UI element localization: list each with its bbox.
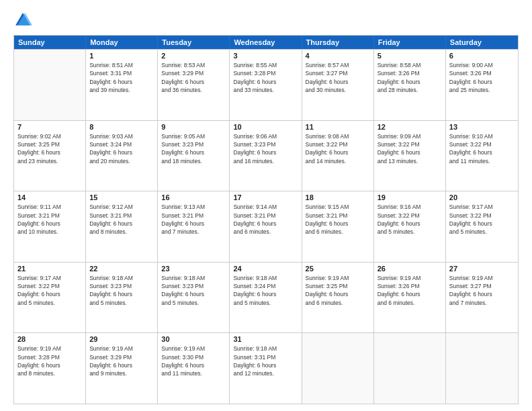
- header: [13, 11, 519, 30]
- calendar-day-cell: 22Sunrise: 9:18 AM Sunset: 3:23 PM Dayli…: [86, 263, 158, 333]
- day-info: Sunrise: 9:10 AM Sunset: 3:22 PM Dayligh…: [449, 132, 515, 165]
- day-info: Sunrise: 9:16 AM Sunset: 3:22 PM Dayligh…: [378, 203, 442, 236]
- day-number: 19: [378, 193, 442, 201]
- day-number: 11: [306, 123, 370, 131]
- day-number: 24: [233, 265, 298, 273]
- day-info: Sunrise: 9:17 AM Sunset: 3:22 PM Dayligh…: [449, 203, 515, 236]
- day-number: 3: [233, 52, 298, 60]
- day-number: 9: [161, 123, 226, 131]
- day-number: 10: [233, 123, 298, 131]
- day-number: 29: [89, 335, 154, 343]
- day-info: Sunrise: 8:55 AM Sunset: 3:28 PM Dayligh…: [233, 61, 298, 94]
- day-info: Sunrise: 9:08 AM Sunset: 3:22 PM Dayligh…: [306, 132, 370, 165]
- day-info: Sunrise: 9:18 AM Sunset: 3:24 PM Dayligh…: [233, 274, 298, 307]
- calendar-body: 1Sunrise: 8:51 AM Sunset: 3:31 PM Daylig…: [14, 49, 518, 404]
- day-info: Sunrise: 8:51 AM Sunset: 3:31 PM Dayligh…: [89, 61, 154, 94]
- day-info: Sunrise: 9:15 AM Sunset: 3:21 PM Dayligh…: [306, 203, 370, 236]
- day-number: 2: [161, 52, 226, 60]
- day-info: Sunrise: 9:19 AM Sunset: 3:30 PM Dayligh…: [161, 345, 226, 377]
- day-info: Sunrise: 9:13 AM Sunset: 3:21 PM Dayligh…: [161, 203, 226, 236]
- calendar-day-cell: 28Sunrise: 9:19 AM Sunset: 3:28 PM Dayli…: [14, 333, 86, 404]
- calendar-day-cell: 12Sunrise: 9:09 AM Sunset: 3:22 PM Dayli…: [374, 121, 446, 191]
- calendar-week-row: 21Sunrise: 9:17 AM Sunset: 3:22 PM Dayli…: [14, 262, 518, 333]
- calendar-day-cell: 31Sunrise: 9:18 AM Sunset: 3:31 PM Dayli…: [230, 333, 302, 404]
- calendar-header-cell: Wednesday: [230, 36, 302, 49]
- calendar-day-cell: 2Sunrise: 8:53 AM Sunset: 3:29 PM Daylig…: [158, 50, 230, 120]
- day-info: Sunrise: 8:58 AM Sunset: 3:26 PM Dayligh…: [378, 61, 442, 94]
- calendar-day-cell: 30Sunrise: 9:19 AM Sunset: 3:30 PM Dayli…: [158, 333, 230, 404]
- logo: [13, 11, 35, 30]
- day-number: 6: [449, 52, 515, 60]
- day-info: Sunrise: 9:12 AM Sunset: 3:21 PM Dayligh…: [89, 203, 154, 236]
- calendar-day-cell: 18Sunrise: 9:15 AM Sunset: 3:21 PM Dayli…: [302, 191, 374, 262]
- day-number: 31: [233, 335, 298, 343]
- day-info: Sunrise: 9:18 AM Sunset: 3:23 PM Dayligh…: [89, 274, 154, 307]
- calendar-day-cell: 15Sunrise: 9:12 AM Sunset: 3:21 PM Dayli…: [86, 191, 158, 262]
- calendar-day-cell: 4Sunrise: 8:57 AM Sunset: 3:27 PM Daylig…: [302, 50, 374, 120]
- day-number: 12: [378, 123, 442, 131]
- calendar-day-cell: 8Sunrise: 9:03 AM Sunset: 3:24 PM Daylig…: [86, 121, 158, 191]
- logo-icon: [13, 11, 32, 30]
- day-info: Sunrise: 9:19 AM Sunset: 3:26 PM Dayligh…: [378, 274, 442, 307]
- day-info: Sunrise: 9:18 AM Sunset: 3:31 PM Dayligh…: [233, 345, 298, 377]
- day-info: Sunrise: 9:05 AM Sunset: 3:23 PM Dayligh…: [161, 132, 226, 165]
- calendar-header-cell: Monday: [86, 36, 158, 49]
- day-number: 1: [89, 52, 154, 60]
- calendar-day-cell: 14Sunrise: 9:11 AM Sunset: 3:21 PM Dayli…: [14, 191, 86, 262]
- calendar-day-cell: [302, 333, 374, 404]
- day-info: Sunrise: 9:03 AM Sunset: 3:24 PM Dayligh…: [89, 132, 154, 165]
- day-number: 18: [306, 193, 370, 201]
- day-number: 5: [378, 52, 442, 60]
- day-info: Sunrise: 9:00 AM Sunset: 3:26 PM Dayligh…: [449, 61, 515, 94]
- calendar-day-cell: 10Sunrise: 9:06 AM Sunset: 3:23 PM Dayli…: [230, 121, 302, 191]
- day-number: 16: [161, 193, 226, 201]
- calendar-day-cell: 21Sunrise: 9:17 AM Sunset: 3:22 PM Dayli…: [14, 263, 86, 333]
- day-number: 17: [233, 193, 298, 201]
- day-number: 15: [89, 193, 154, 201]
- page: SundayMondayTuesdayWednesdayThursdayFrid…: [0, 0, 532, 411]
- day-info: Sunrise: 9:11 AM Sunset: 3:21 PM Dayligh…: [17, 203, 82, 236]
- calendar-day-cell: 23Sunrise: 9:18 AM Sunset: 3:23 PM Dayli…: [158, 263, 230, 333]
- calendar-header-cell: Sunday: [14, 36, 86, 49]
- calendar-day-cell: 19Sunrise: 9:16 AM Sunset: 3:22 PM Dayli…: [374, 191, 446, 262]
- calendar-day-cell: 20Sunrise: 9:17 AM Sunset: 3:22 PM Dayli…: [446, 191, 518, 262]
- calendar-day-cell: [14, 50, 86, 120]
- calendar-header-cell: Saturday: [446, 36, 518, 49]
- calendar-day-cell: 1Sunrise: 8:51 AM Sunset: 3:31 PM Daylig…: [86, 50, 158, 120]
- day-info: Sunrise: 9:19 AM Sunset: 3:28 PM Dayligh…: [17, 345, 82, 377]
- calendar-day-cell: 25Sunrise: 9:19 AM Sunset: 3:25 PM Dayli…: [302, 263, 374, 333]
- calendar-day-cell: [446, 333, 518, 404]
- day-number: 20: [449, 193, 515, 201]
- calendar-week-row: 14Sunrise: 9:11 AM Sunset: 3:21 PM Dayli…: [14, 191, 518, 262]
- calendar-day-cell: 5Sunrise: 8:58 AM Sunset: 3:26 PM Daylig…: [374, 50, 446, 120]
- day-info: Sunrise: 8:53 AM Sunset: 3:29 PM Dayligh…: [161, 61, 226, 94]
- calendar-day-cell: 16Sunrise: 9:13 AM Sunset: 3:21 PM Dayli…: [158, 191, 230, 262]
- day-number: 26: [378, 265, 442, 273]
- day-number: 7: [17, 123, 82, 131]
- day-info: Sunrise: 9:19 AM Sunset: 3:27 PM Dayligh…: [449, 274, 515, 307]
- calendar-week-row: 1Sunrise: 8:51 AM Sunset: 3:31 PM Daylig…: [14, 49, 518, 120]
- calendar-day-cell: 27Sunrise: 9:19 AM Sunset: 3:27 PM Dayli…: [446, 263, 518, 333]
- day-info: Sunrise: 9:17 AM Sunset: 3:22 PM Dayligh…: [17, 274, 82, 307]
- day-info: Sunrise: 9:14 AM Sunset: 3:21 PM Dayligh…: [233, 203, 298, 236]
- day-info: Sunrise: 9:18 AM Sunset: 3:23 PM Dayligh…: [161, 274, 226, 307]
- day-number: 27: [449, 265, 515, 273]
- day-info: Sunrise: 9:09 AM Sunset: 3:22 PM Dayligh…: [378, 132, 442, 165]
- calendar-header-row: SundayMondayTuesdayWednesdayThursdayFrid…: [14, 36, 518, 49]
- day-info: Sunrise: 9:19 AM Sunset: 3:29 PM Dayligh…: [89, 345, 154, 377]
- calendar-header-cell: Tuesday: [158, 36, 230, 49]
- calendar-day-cell: 17Sunrise: 9:14 AM Sunset: 3:21 PM Dayli…: [230, 191, 302, 262]
- day-info: Sunrise: 9:02 AM Sunset: 3:25 PM Dayligh…: [17, 132, 82, 165]
- day-number: 8: [89, 123, 154, 131]
- day-number: 30: [161, 335, 226, 343]
- calendar-week-row: 28Sunrise: 9:19 AM Sunset: 3:28 PM Dayli…: [14, 332, 518, 404]
- day-number: 22: [89, 265, 154, 273]
- calendar-header-cell: Thursday: [302, 36, 374, 49]
- calendar-day-cell: 13Sunrise: 9:10 AM Sunset: 3:22 PM Dayli…: [446, 121, 518, 191]
- calendar-day-cell: 29Sunrise: 9:19 AM Sunset: 3:29 PM Dayli…: [86, 333, 158, 404]
- day-info: Sunrise: 9:19 AM Sunset: 3:25 PM Dayligh…: [306, 274, 370, 307]
- calendar-week-row: 7Sunrise: 9:02 AM Sunset: 3:25 PM Daylig…: [14, 120, 518, 191]
- calendar-day-cell: 26Sunrise: 9:19 AM Sunset: 3:26 PM Dayli…: [374, 263, 446, 333]
- day-number: 25: [306, 265, 370, 273]
- calendar: SundayMondayTuesdayWednesdayThursdayFrid…: [13, 35, 519, 404]
